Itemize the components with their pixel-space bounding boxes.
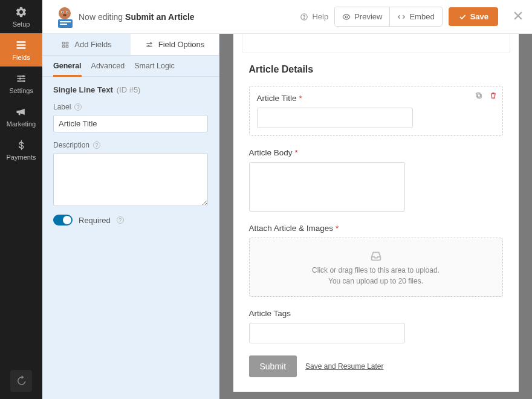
help-icon[interactable]: ? <box>93 141 100 149</box>
required-asterisk: * <box>336 224 339 233</box>
section-title: Article Details <box>249 64 503 75</box>
vnav-settings-label: Settings <box>9 87 33 94</box>
close-button[interactable] <box>504 10 524 24</box>
field-label-input[interactable] <box>53 115 208 132</box>
upload-line2: You can upload up to 20 files. <box>328 277 423 285</box>
delete-field-button[interactable] <box>489 91 498 102</box>
vnav-payments[interactable]: Payments <box>0 133 42 166</box>
field-article-body-label: Article Body <box>249 148 293 157</box>
save-button[interactable]: Save <box>449 7 498 26</box>
svg-rect-25 <box>476 93 479 97</box>
trash-icon <box>489 91 498 100</box>
field-article-tags[interactable]: Article Tags <box>249 309 503 343</box>
field-article-tags-input[interactable] <box>249 323 405 343</box>
required-toggle[interactable] <box>53 215 73 225</box>
vertical-nav: Setup Fields Settings Marketing Payments <box>0 0 42 399</box>
megaphone-icon <box>15 106 27 118</box>
save-button-label: Save <box>470 12 488 21</box>
description-field-label-text: Description <box>53 141 89 149</box>
help-icon[interactable]: ? <box>74 103 82 111</box>
close-icon <box>513 10 524 21</box>
sliders-icon <box>15 73 27 85</box>
subtab-general[interactable]: General <box>53 62 82 77</box>
vnav-marketing-label: Marketing <box>7 120 36 128</box>
tab-field-options-label: Field Options <box>158 40 205 49</box>
now-editing-text: Now editing Submit an Article <box>79 12 195 22</box>
svg-rect-13 <box>60 21 71 22</box>
copy-icon <box>475 91 483 100</box>
field-description-input[interactable] <box>53 153 208 206</box>
vnav-fields[interactable]: Fields <box>0 33 42 66</box>
file-upload-dropzone[interactable]: Click or drag files to this area to uplo… <box>249 238 503 297</box>
upload-line1: Click or drag files to this area to uplo… <box>312 266 440 274</box>
save-resume-link[interactable]: Save and Resume Later <box>305 362 383 371</box>
form-preview: Article Details Article Title * <box>233 34 519 392</box>
embed-button-label: Embed <box>409 12 434 21</box>
field-article-title[interactable]: Article Title * <box>249 86 503 136</box>
svg-point-4 <box>19 77 21 79</box>
svg-point-3 <box>22 75 24 77</box>
field-id: (ID #5) <box>117 85 141 94</box>
submit-button[interactable]: Submit <box>249 355 297 377</box>
label-field-label-text: Label <box>53 103 71 111</box>
history-icon <box>16 375 27 386</box>
required-toggle-label: Required <box>79 216 111 225</box>
svg-rect-0 <box>17 41 26 43</box>
dollar-icon <box>15 139 27 151</box>
field-article-tags-label: Article Tags <box>249 309 291 318</box>
svg-rect-20 <box>63 45 65 47</box>
description-field-label: Description ? <box>53 141 208 149</box>
tab-add-fields[interactable]: Add Fields <box>42 34 131 56</box>
field-type-name: Single Line Text <box>53 85 113 94</box>
preview-area: Article Details Article Title * <box>219 34 532 399</box>
vnav-payments-label: Payments <box>7 154 36 161</box>
embed-button[interactable]: Embed <box>389 7 441 26</box>
svg-point-22 <box>150 42 151 44</box>
duplicate-field-button[interactable] <box>475 91 483 102</box>
subtab-advanced[interactable]: Advanced <box>91 62 125 76</box>
grid-icon <box>61 41 70 49</box>
tab-field-options[interactable]: Field Options <box>131 34 219 56</box>
previous-section-stub <box>242 34 510 53</box>
svg-rect-18 <box>63 42 65 44</box>
code-icon <box>397 13 406 21</box>
vnav-fields-label: Fields <box>12 54 30 61</box>
side-panel: Add Fields Field Options General Advance… <box>42 34 219 399</box>
now-editing-prefix: Now editing <box>79 12 125 22</box>
svg-rect-14 <box>60 24 67 25</box>
check-icon <box>458 13 467 21</box>
upload-icon <box>369 249 383 262</box>
help-link[interactable]: Help <box>300 12 328 21</box>
help-icon <box>300 13 308 21</box>
svg-rect-19 <box>66 42 68 44</box>
vnav-settings[interactable]: Settings <box>0 66 42 100</box>
svg-point-6 <box>59 7 71 19</box>
svg-point-16 <box>304 18 305 19</box>
label-field-label: Label ? <box>53 103 208 111</box>
field-article-title-label: Article Title <box>257 94 297 103</box>
svg-point-10 <box>66 11 68 13</box>
help-icon[interactable]: ? <box>117 216 124 224</box>
field-type-heading: Single Line Text (ID #5) <box>53 85 208 94</box>
svg-rect-21 <box>66 45 68 47</box>
eye-icon <box>342 13 351 21</box>
revisions-button[interactable] <box>10 370 32 392</box>
svg-point-5 <box>23 80 25 82</box>
vnav-marketing[interactable]: Marketing <box>0 100 42 133</box>
field-article-body-input[interactable] <box>249 162 405 212</box>
preview-button-label: Preview <box>354 12 382 21</box>
gear-icon <box>15 6 27 18</box>
wpforms-logo-icon <box>51 5 79 29</box>
fields-icon <box>15 39 27 51</box>
field-attach-label: Attach Article & Images <box>249 224 334 233</box>
svg-point-11 <box>63 14 66 16</box>
field-attach-files[interactable]: Attach Article & Images * Click or drag … <box>249 224 503 297</box>
field-article-body[interactable]: Article Body * <box>249 148 503 212</box>
subtab-smart-logic[interactable]: Smart Logic <box>134 62 175 76</box>
preview-button[interactable]: Preview <box>335 7 389 26</box>
brand-logo <box>51 5 79 29</box>
topbar: Now editing Submit an Article Help Previ… <box>42 0 532 34</box>
tab-add-fields-label: Add Fields <box>74 40 111 49</box>
field-article-title-input[interactable] <box>257 108 413 128</box>
vnav-setup[interactable]: Setup <box>0 0 42 33</box>
